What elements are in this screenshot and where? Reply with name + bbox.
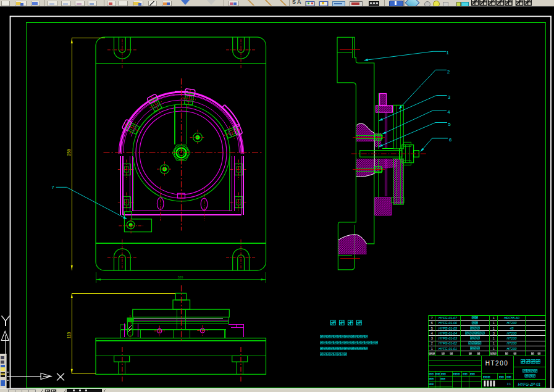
- svg-text:1: 1: [493, 341, 495, 345]
- svg-text:4: 4: [431, 332, 433, 335]
- svg-text:4: 4: [447, 109, 450, 115]
- svg-text:HT200: HT200: [485, 360, 509, 367]
- svg-text:1: 1: [446, 50, 448, 56]
- svg-text:1: 1: [431, 347, 433, 351]
- svg-text:1: 1: [493, 347, 495, 351]
- svg-text:HYFG-01-05: HYFG-01-05: [439, 327, 457, 330]
- svg-text:113: 113: [67, 332, 71, 338]
- svg-text:HYFG-ZP-01: HYFG-ZP-01: [518, 382, 541, 386]
- svg-text:2: 2: [431, 341, 433, 345]
- svg-text:HT200: HT200: [506, 321, 516, 325]
- svg-text:HT200: HT200: [506, 341, 516, 345]
- svg-text:HYFG-01-04: HYFG-01-04: [439, 332, 457, 335]
- svg-text:HYFG-01-03: HYFG-01-03: [439, 336, 457, 340]
- svg-text:2: 2: [447, 69, 450, 75]
- svg-text:HYFG-01-01: HYFG-01-01: [439, 347, 457, 351]
- svg-text:3: 3: [493, 332, 495, 335]
- svg-text:6: 6: [431, 321, 433, 325]
- svg-text:HYFG-01-06: HYFG-01-06: [439, 321, 457, 325]
- svg-text:5: 5: [448, 122, 450, 127]
- svg-text:HT200: HT200: [506, 347, 516, 351]
- svg-text:HT200: HT200: [506, 332, 516, 335]
- svg-text:320: 320: [178, 275, 183, 279]
- svg-text:7: 7: [51, 185, 54, 190]
- svg-text:5: 5: [431, 327, 433, 330]
- svg-text:7: 7: [431, 316, 433, 320]
- svg-text:45: 45: [510, 327, 513, 330]
- svg-text:1: 1: [493, 336, 495, 340]
- svg-text:HT200: HT200: [506, 336, 516, 340]
- svg-text:HRC55-60: HRC55-60: [504, 316, 519, 320]
- svg-text:1:1: 1:1: [507, 383, 511, 386]
- svg-text:258: 258: [67, 149, 71, 156]
- svg-text:1: 1: [493, 316, 495, 320]
- svg-text:HYFG-01-02: HYFG-01-02: [439, 341, 457, 345]
- svg-text:3: 3: [431, 336, 433, 340]
- svg-text:1: 1: [493, 327, 495, 330]
- svg-text:1: 1: [493, 321, 495, 325]
- svg-text:3: 3: [448, 94, 450, 100]
- svg-text:HYFG-01-07: HYFG-01-07: [439, 316, 458, 320]
- svg-text:6: 6: [449, 137, 451, 143]
